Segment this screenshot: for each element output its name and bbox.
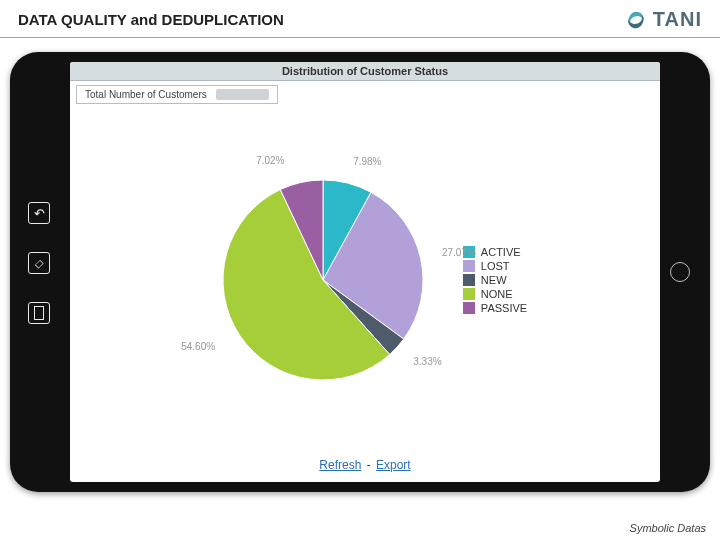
device-home-icon	[28, 252, 50, 274]
chart-footer-links: Refresh - Export	[70, 452, 660, 482]
legend-item-lost: LOST	[463, 260, 527, 272]
legend-item-passive: PASSIVE	[463, 302, 527, 314]
legend-label: NONE	[481, 288, 513, 300]
pie-label-lost: 27.07%	[442, 247, 476, 258]
device-back-icon	[28, 202, 50, 224]
legend-label: NEW	[481, 274, 507, 286]
legend-swatch	[463, 288, 475, 300]
legend-label: PASSIVE	[481, 302, 527, 314]
brand-mark-icon	[625, 9, 647, 31]
tablet-screen: Distribution of Customer Status Total Nu…	[70, 62, 660, 482]
brand-logo: TANI	[625, 8, 702, 31]
footnote: Symbolic Datas	[630, 522, 706, 534]
chart-title: Distribution of Customer Status	[70, 62, 660, 81]
tablet-device-frame: Distribution of Customer Status Total Nu…	[10, 52, 710, 492]
link-separator: -	[367, 458, 371, 472]
brand-text: TANI	[653, 8, 702, 31]
legend-swatch	[463, 274, 475, 286]
legend-swatch	[463, 260, 475, 272]
chart-area: 7.98%27.07%3.33%54.60%7.02% ACTIVELOSTNE…	[70, 108, 660, 452]
refresh-link[interactable]: Refresh	[319, 458, 361, 472]
pie-label-none: 54.60%	[181, 341, 215, 352]
total-customers-label: Total Number of Customers	[85, 89, 207, 100]
device-recent-icon	[28, 302, 50, 324]
slide-header: DATA QUALITY and DEDUPLICATION TANI	[0, 0, 720, 38]
export-link[interactable]: Export	[376, 458, 411, 472]
total-customers-value-redacted: 000000	[216, 89, 269, 100]
page-title: DATA QUALITY and DEDUPLICATION	[18, 11, 284, 28]
pie-label-active: 7.98%	[353, 156, 381, 167]
legend-item-none: NONE	[463, 288, 527, 300]
legend-label: ACTIVE	[481, 246, 521, 258]
pie-chart: 7.98%27.07%3.33%54.60%7.02%	[203, 160, 443, 400]
legend-item-new: NEW	[463, 274, 527, 286]
device-side-buttons	[28, 202, 50, 324]
total-customers-box: Total Number of Customers 000000	[70, 81, 660, 108]
pie-label-passive: 7.02%	[256, 155, 284, 166]
pie-label-new: 3.33%	[413, 356, 441, 367]
legend-label: LOST	[481, 260, 510, 272]
device-power-icon	[670, 262, 690, 282]
legend-swatch	[463, 302, 475, 314]
